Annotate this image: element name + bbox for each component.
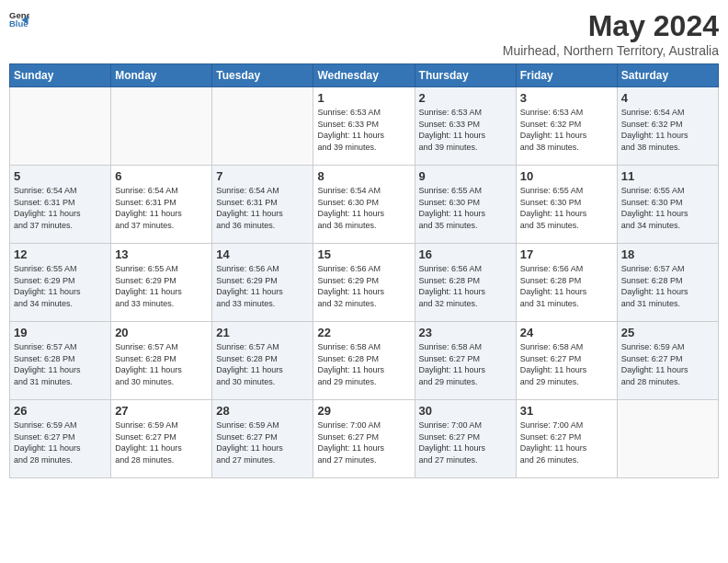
day-number: 24: [520, 326, 613, 339]
calendar-week-4: 19Sunrise: 6:57 AM Sunset: 6:28 PM Dayli…: [10, 322, 719, 400]
day-info: Sunrise: 6:54 AM Sunset: 6:31 PM Dayligh…: [216, 185, 309, 231]
day-info: Sunrise: 6:57 AM Sunset: 6:28 PM Dayligh…: [115, 341, 208, 387]
calendar-cell: 25Sunrise: 6:59 AM Sunset: 6:27 PM Dayli…: [617, 322, 718, 400]
day-info: Sunrise: 6:53 AM Sunset: 6:33 PM Dayligh…: [419, 107, 512, 153]
day-number: 18: [621, 247, 714, 261]
day-info: Sunrise: 6:55 AM Sunset: 6:30 PM Dayligh…: [520, 185, 613, 231]
day-info: Sunrise: 6:55 AM Sunset: 6:29 PM Dayligh…: [14, 263, 107, 309]
day-number: 31: [520, 404, 613, 418]
day-info: Sunrise: 6:55 AM Sunset: 6:30 PM Dayligh…: [419, 185, 512, 231]
calendar-cell: 1Sunrise: 6:53 AM Sunset: 6:33 PM Daylig…: [313, 87, 415, 166]
location-title: Muirhead, Northern Territory, Australia: [503, 43, 719, 58]
day-number: 15: [317, 247, 410, 261]
weekday-header-saturday: Saturday: [617, 64, 718, 87]
weekday-header-sunday: Sunday: [10, 64, 111, 87]
calendar-cell: [10, 87, 111, 166]
day-number: 2: [419, 91, 512, 105]
day-info: Sunrise: 6:59 AM Sunset: 6:27 PM Dayligh…: [115, 419, 208, 465]
calendar-cell: 18Sunrise: 6:57 AM Sunset: 6:28 PM Dayli…: [617, 244, 718, 322]
day-number: 28: [216, 404, 309, 418]
calendar-cell: 4Sunrise: 6:54 AM Sunset: 6:32 PM Daylig…: [617, 87, 718, 166]
calendar-cell: 20Sunrise: 6:57 AM Sunset: 6:28 PM Dayli…: [111, 322, 212, 400]
calendar-cell: 15Sunrise: 6:56 AM Sunset: 6:29 PM Dayli…: [313, 244, 415, 322]
day-number: 10: [520, 169, 613, 183]
calendar-cell: 30Sunrise: 7:00 AM Sunset: 6:27 PM Dayli…: [415, 400, 516, 478]
day-number: 16: [419, 247, 512, 261]
calendar-cell: 3Sunrise: 6:53 AM Sunset: 6:32 PM Daylig…: [516, 87, 617, 166]
calendar-week-3: 12Sunrise: 6:55 AM Sunset: 6:29 PM Dayli…: [10, 244, 719, 322]
calendar-cell: 13Sunrise: 6:55 AM Sunset: 6:29 PM Dayli…: [111, 244, 212, 322]
day-number: 17: [520, 247, 613, 261]
calendar-cell: 14Sunrise: 6:56 AM Sunset: 6:29 PM Dayli…: [212, 244, 313, 322]
weekday-header-row: SundayMondayTuesdayWednesdayThursdayFrid…: [10, 64, 719, 87]
day-info: Sunrise: 6:55 AM Sunset: 6:30 PM Dayligh…: [621, 185, 714, 231]
calendar-cell: 12Sunrise: 6:55 AM Sunset: 6:29 PM Dayli…: [10, 244, 111, 322]
day-number: 12: [14, 247, 107, 261]
day-info: Sunrise: 6:53 AM Sunset: 6:33 PM Dayligh…: [317, 107, 410, 153]
logo: General Blue: [9, 9, 29, 29]
calendar-cell: 26Sunrise: 6:59 AM Sunset: 6:27 PM Dayli…: [10, 400, 111, 478]
day-info: Sunrise: 6:57 AM Sunset: 6:28 PM Dayligh…: [14, 341, 107, 387]
day-number: 9: [419, 169, 512, 183]
day-number: 29: [317, 404, 410, 418]
weekday-header-wednesday: Wednesday: [313, 64, 415, 87]
weekday-header-monday: Monday: [111, 64, 212, 87]
calendar-table: SundayMondayTuesdayWednesdayThursdayFrid…: [9, 63, 719, 478]
day-number: 14: [216, 247, 309, 261]
day-number: 7: [216, 169, 309, 183]
calendar-cell: 11Sunrise: 6:55 AM Sunset: 6:30 PM Dayli…: [617, 166, 718, 244]
day-number: 20: [115, 326, 208, 339]
weekday-header-thursday: Thursday: [415, 64, 516, 87]
month-title: May 2024: [503, 9, 719, 43]
calendar-cell: 21Sunrise: 6:57 AM Sunset: 6:28 PM Dayli…: [212, 322, 313, 400]
page-header: General Blue May 2024 Muirhead, Northern…: [9, 9, 719, 58]
calendar-cell: 2Sunrise: 6:53 AM Sunset: 6:33 PM Daylig…: [415, 87, 516, 166]
day-number: 25: [621, 326, 714, 339]
day-info: Sunrise: 6:58 AM Sunset: 6:27 PM Dayligh…: [419, 341, 512, 387]
day-number: 27: [115, 404, 208, 418]
calendar-cell: 6Sunrise: 6:54 AM Sunset: 6:31 PM Daylig…: [111, 166, 212, 244]
day-number: 21: [216, 326, 309, 339]
calendar-cell: 5Sunrise: 6:54 AM Sunset: 6:31 PM Daylig…: [10, 166, 111, 244]
day-info: Sunrise: 6:59 AM Sunset: 6:27 PM Dayligh…: [216, 419, 309, 465]
day-number: 23: [419, 326, 512, 339]
title-area: May 2024 Muirhead, Northern Territory, A…: [503, 9, 719, 58]
day-number: 8: [317, 169, 410, 183]
calendar-cell: 23Sunrise: 6:58 AM Sunset: 6:27 PM Dayli…: [415, 322, 516, 400]
day-info: Sunrise: 6:54 AM Sunset: 6:31 PM Dayligh…: [115, 185, 208, 231]
calendar-cell: 9Sunrise: 6:55 AM Sunset: 6:30 PM Daylig…: [415, 166, 516, 244]
day-info: Sunrise: 6:55 AM Sunset: 6:29 PM Dayligh…: [115, 263, 208, 309]
day-info: Sunrise: 7:00 AM Sunset: 6:27 PM Dayligh…: [317, 419, 410, 465]
day-info: Sunrise: 6:54 AM Sunset: 6:31 PM Dayligh…: [14, 185, 107, 231]
calendar-cell: 7Sunrise: 6:54 AM Sunset: 6:31 PM Daylig…: [212, 166, 313, 244]
day-number: 3: [520, 91, 613, 105]
day-info: Sunrise: 7:00 AM Sunset: 6:27 PM Dayligh…: [419, 419, 512, 465]
day-info: Sunrise: 6:59 AM Sunset: 6:27 PM Dayligh…: [621, 341, 714, 387]
day-info: Sunrise: 7:00 AM Sunset: 6:27 PM Dayligh…: [520, 419, 613, 465]
day-info: Sunrise: 6:56 AM Sunset: 6:28 PM Dayligh…: [419, 263, 512, 309]
day-info: Sunrise: 6:54 AM Sunset: 6:30 PM Dayligh…: [317, 185, 410, 231]
calendar-cell: 22Sunrise: 6:58 AM Sunset: 6:28 PM Dayli…: [313, 322, 415, 400]
calendar-week-1: 1Sunrise: 6:53 AM Sunset: 6:33 PM Daylig…: [10, 87, 719, 166]
day-number: 4: [621, 91, 714, 105]
calendar-cell: 31Sunrise: 7:00 AM Sunset: 6:27 PM Dayli…: [516, 400, 617, 478]
day-number: 30: [419, 404, 512, 418]
calendar-cell: 17Sunrise: 6:56 AM Sunset: 6:28 PM Dayli…: [516, 244, 617, 322]
calendar-week-2: 5Sunrise: 6:54 AM Sunset: 6:31 PM Daylig…: [10, 166, 719, 244]
day-info: Sunrise: 6:54 AM Sunset: 6:32 PM Dayligh…: [621, 107, 714, 153]
day-number: 22: [317, 326, 410, 339]
day-info: Sunrise: 6:56 AM Sunset: 6:29 PM Dayligh…: [216, 263, 309, 309]
day-info: Sunrise: 6:58 AM Sunset: 6:27 PM Dayligh…: [520, 341, 613, 387]
day-info: Sunrise: 6:53 AM Sunset: 6:32 PM Dayligh…: [520, 107, 613, 153]
calendar-cell: 29Sunrise: 7:00 AM Sunset: 6:27 PM Dayli…: [313, 400, 415, 478]
day-number: 11: [621, 169, 714, 183]
calendar-cell: 19Sunrise: 6:57 AM Sunset: 6:28 PM Dayli…: [10, 322, 111, 400]
weekday-header-tuesday: Tuesday: [212, 64, 313, 87]
calendar-cell: 24Sunrise: 6:58 AM Sunset: 6:27 PM Dayli…: [516, 322, 617, 400]
calendar-cell: 28Sunrise: 6:59 AM Sunset: 6:27 PM Dayli…: [212, 400, 313, 478]
calendar-cell: 27Sunrise: 6:59 AM Sunset: 6:27 PM Dayli…: [111, 400, 212, 478]
calendar-cell: [212, 87, 313, 166]
calendar-cell: [617, 400, 718, 478]
day-info: Sunrise: 6:58 AM Sunset: 6:28 PM Dayligh…: [317, 341, 410, 387]
day-info: Sunrise: 6:56 AM Sunset: 6:28 PM Dayligh…: [520, 263, 613, 309]
